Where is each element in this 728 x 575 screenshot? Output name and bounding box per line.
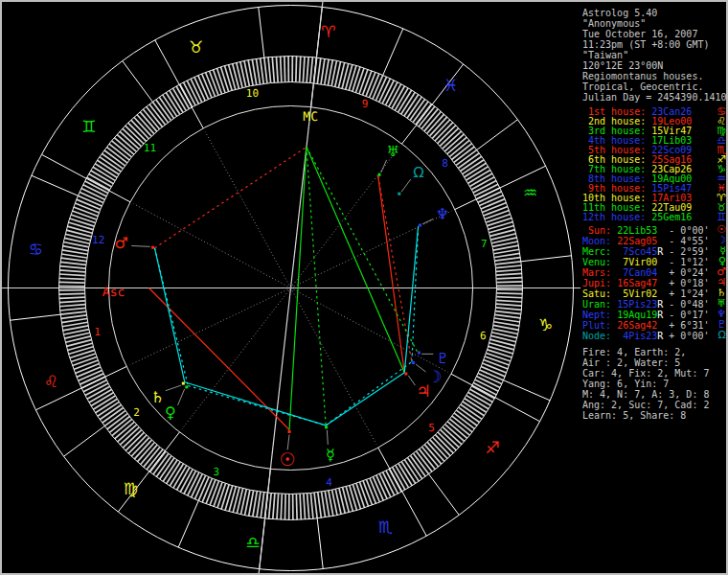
degree-tick (488, 350, 512, 357)
zodiac-sign-glyph: ♒ (523, 184, 537, 203)
planet-row: Plut: 26Sag42 + 6°31'♇ (582, 320, 726, 331)
sign-boundary (504, 380, 551, 401)
natal-chart-wheel: 123456789101112♈♉♊♋♌♍♎♏♐♑♒♓☉☽☿♀♂♃♄♅♆♇ΩMC… (2, 2, 580, 573)
zodiac-sign-glyph: ♐ (486, 439, 500, 458)
planet-pointer (287, 434, 289, 449)
degree-tick (224, 66, 232, 91)
aspect-line (412, 226, 419, 362)
planet-pointer (131, 245, 149, 246)
planet-pointer (381, 160, 387, 172)
header-line: Julian Day = 2454390.1410 (582, 92, 726, 103)
planet-glyph: ♄ (150, 388, 164, 406)
degree-tick (273, 494, 275, 519)
sign-boundary (123, 61, 153, 103)
degree-tick (277, 494, 279, 519)
angle-axis-line (291, 2, 326, 288)
degree-tick (256, 58, 260, 84)
house-number: 7 (481, 238, 488, 250)
planet-position-dot (418, 351, 421, 354)
degree-tick (496, 269, 522, 271)
degree-tick (322, 492, 326, 518)
minor-cusp-spoke (205, 131, 290, 288)
summary-line: Ang: 2, Suc: 7, Cad: 2 (582, 400, 726, 410)
planet-glyph: ♂ (114, 234, 127, 252)
planet-pointer (401, 179, 411, 192)
degree-tick (71, 354, 96, 362)
degree-tick (310, 58, 313, 83)
degree-tick (353, 67, 360, 92)
house-number: 1 (94, 326, 101, 338)
planet-row: Satu: 5Vir02 + 1°24'♄ (582, 288, 726, 299)
degree-tick (221, 485, 229, 510)
degree-tick (318, 493, 322, 518)
degree-tick (303, 57, 305, 82)
header-line: "Anonymous" (582, 18, 726, 29)
degree-tick (264, 58, 267, 83)
degree-tick (213, 69, 221, 93)
planet-pointer (166, 385, 181, 391)
degree-tick (496, 304, 522, 306)
angle-label: Asc (102, 286, 125, 300)
planet-glyph: ♀ (165, 403, 176, 422)
degree-tick (496, 278, 522, 279)
degree-tick (489, 221, 513, 229)
zodiac-sign-glyph: ♈ (321, 23, 335, 42)
degree-tick (494, 253, 520, 257)
planet-icon: Ω (718, 330, 726, 340)
planet-position-list: Sun: 22Lib53 - 0°00'☉Moon: 22Sag05 - 4°5… (582, 225, 726, 341)
house-number: 5 (428, 422, 435, 434)
degree-tick (296, 57, 297, 82)
zodiac-sign-glyph: ♌ (44, 373, 58, 392)
degree-tick (304, 494, 306, 519)
angle-axis-line (257, 288, 291, 574)
degree-tick (284, 57, 285, 82)
degree-tick (59, 274, 85, 276)
planet-position-dot (419, 224, 421, 227)
planet-glyph: ♃ (417, 382, 431, 402)
planet-position-dot (288, 430, 291, 433)
degree-tick (350, 486, 357, 511)
degree-tick (59, 301, 85, 303)
degree-tick (70, 350, 95, 357)
planet-row: Jupi: 16Sag47 + 0°18'♃ (582, 278, 726, 288)
house-number: 8 (442, 157, 448, 170)
angle-label: MC (303, 110, 318, 125)
degree-tick (60, 266, 86, 269)
degree-tick (495, 265, 521, 268)
degree-tick (59, 278, 85, 279)
sign-boundary (178, 501, 198, 548)
degree-tick (496, 282, 522, 283)
degree-tick (355, 68, 364, 93)
summary-line: Yang: 6, Yin: 7 (582, 379, 726, 389)
degree-tick (68, 222, 93, 230)
planet-pointer (416, 364, 425, 372)
planet-row: Mars: 7Can04 + 0°24'♂ (582, 267, 726, 278)
degree-tick (495, 314, 521, 317)
degree-tick (349, 65, 356, 90)
house-number: 10 (246, 87, 259, 100)
zodiac-sign-glyph: ♑ (538, 316, 553, 335)
degree-tick (71, 215, 96, 223)
sign-boundary (10, 314, 60, 320)
house-number: 12 (92, 234, 104, 246)
planet-position-dot (404, 373, 407, 376)
degree-tick (310, 493, 313, 518)
planet-row: Sun: 22Lib53 - 0°00'☉ (582, 225, 726, 236)
minor-cusp-spoke (291, 288, 448, 373)
planet-glyph: ☿ (326, 446, 335, 464)
degree-tick (61, 254, 87, 258)
degree-tick (494, 318, 520, 322)
planet-position-dot (182, 382, 185, 385)
info-panel: Astrolog 5.40"Anonymous"Tue October 16, … (580, 2, 726, 573)
degree-tick (495, 311, 521, 314)
sign-boundary (383, 29, 403, 76)
aspect-line (326, 373, 404, 426)
zodiac-sign-glyph: ♏ (378, 518, 393, 538)
planet-row: Uran: 15Pis23R - 0°48'♅ (582, 299, 726, 310)
planet-glyph: Ω (413, 164, 423, 181)
degree-tick (268, 58, 271, 83)
degree-tick (214, 482, 222, 506)
sign-boundary (32, 175, 79, 196)
degree-tick (60, 308, 86, 310)
degree-tick (487, 218, 512, 225)
